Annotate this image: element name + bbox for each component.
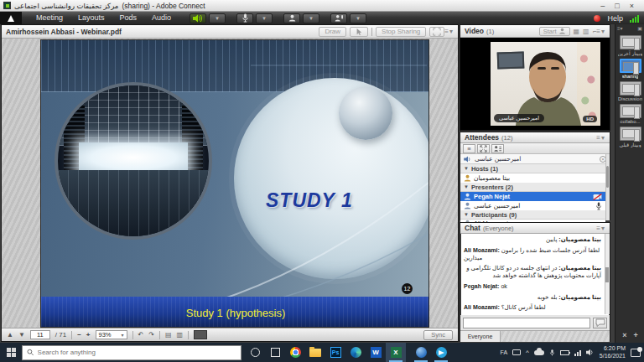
webcam-dropdown[interactable]: ▾ xyxy=(303,13,319,23)
attendee-list-view-button[interactable]: ≡ xyxy=(463,144,475,153)
share-pod-menu-icon[interactable]: ≡▾ xyxy=(444,28,454,35)
fullscreen-button[interactable] xyxy=(429,27,444,37)
taskbar-app-word[interactable]: W xyxy=(366,343,386,362)
menu-audio[interactable]: Audio xyxy=(144,12,179,24)
webcam-paused-icon xyxy=(593,194,602,200)
chat-scrollbar[interactable] xyxy=(605,234,610,314)
speaker-button[interactable] xyxy=(190,13,206,23)
status-button[interactable] xyxy=(330,13,347,23)
taskbar-app-photoshop[interactable]: Ps xyxy=(325,343,345,362)
slide-caption-bar: Study 1 (hypothesis) xyxy=(41,297,429,328)
single-page-view-button[interactable]: ▤ xyxy=(165,331,172,339)
start-webcam-button[interactable]: Start xyxy=(539,27,570,36)
layouts-menu-icon[interactable]: ≡▾ xyxy=(617,25,623,32)
microphone-button[interactable] xyxy=(236,13,253,23)
close-button[interactable]: × xyxy=(630,2,634,10)
taskbar-app-running-1[interactable] xyxy=(411,343,431,362)
minimize-button[interactable]: – xyxy=(600,2,605,10)
language-indicator[interactable]: FA xyxy=(501,349,508,355)
speaker-dropdown[interactable]: ▾ xyxy=(209,13,226,23)
filmstrip-view-icon[interactable]: ▥ xyxy=(583,28,589,35)
volume-icon[interactable] xyxy=(586,349,595,356)
page-down-button[interactable]: ▼ xyxy=(18,331,25,339)
layout-thumbnail[interactable] xyxy=(620,127,641,141)
taskbar-app-explorer[interactable] xyxy=(305,343,325,362)
chat-message: Ali Moazami لطفا آدرس جلسات ضبط شده را ب… xyxy=(464,247,601,262)
menu-layouts[interactable]: Layouts xyxy=(70,12,112,24)
layout-item[interactable]: وبینار قبلی xyxy=(615,127,644,147)
keyboard-icon[interactable] xyxy=(512,349,521,355)
taskbar-app-running-2[interactable] xyxy=(431,343,451,362)
chat-input[interactable] xyxy=(463,318,590,328)
adobe-logo-icon[interactable] xyxy=(0,12,22,24)
zoom-out-button[interactable]: − xyxy=(77,331,81,339)
network-icon[interactable] xyxy=(574,349,581,356)
layout-thumbnail[interactable] xyxy=(620,35,641,49)
attendee-status-view-button[interactable] xyxy=(491,144,504,153)
maximize-button[interactable]: □ xyxy=(615,2,619,10)
layout-label: Discussion xyxy=(618,96,642,101)
webcam-icon xyxy=(288,14,297,22)
task-view-button[interactable] xyxy=(265,343,285,362)
battery-icon[interactable] xyxy=(560,350,569,355)
breakout-view-button[interactable] xyxy=(477,144,490,153)
status-dropdown[interactable]: ▾ xyxy=(350,13,366,23)
microphone-dropdown[interactable]: ▾ xyxy=(256,13,273,23)
add-layout-icon[interactable]: + xyxy=(634,331,638,339)
close-layouts-panel-icon[interactable]: × xyxy=(622,331,626,339)
tray-microphone-icon[interactable] xyxy=(549,349,555,357)
taskbar-app-edge[interactable] xyxy=(345,343,366,362)
attendee-row-host[interactable]: بیتا معصومیان xyxy=(460,173,605,183)
tab-everyone[interactable]: Everyone xyxy=(460,331,501,342)
microphone-active-icon xyxy=(595,202,602,210)
taskbar-app-chrome[interactable] xyxy=(285,343,305,362)
stop-sharing-button[interactable]: Stop Sharing xyxy=(376,27,426,37)
menu-pods[interactable]: Pods xyxy=(112,12,145,24)
draw-button[interactable]: Draw xyxy=(319,27,346,37)
attendee-row-presenter[interactable]: امیرحسین عباسی xyxy=(460,201,605,210)
menu-meeting[interactable]: Meeting xyxy=(29,12,70,24)
layout-thumbnail[interactable] xyxy=(620,59,641,73)
undo-button[interactable]: ↶ xyxy=(138,331,144,339)
grid-view-icon[interactable]: ▦ xyxy=(574,28,580,35)
send-message-button[interactable] xyxy=(593,318,607,328)
zoom-level-dropdown[interactable]: 93% ▾ xyxy=(96,330,127,339)
layout-item-active[interactable]: sharing xyxy=(615,59,644,79)
webcam-button[interactable] xyxy=(283,13,300,23)
onedrive-cloud-icon[interactable] xyxy=(534,350,544,355)
layout-item[interactable]: وبینار آخرین xyxy=(615,35,644,56)
redo-button[interactable]: ↷ xyxy=(148,331,154,339)
page-up-button[interactable]: ▲ xyxy=(7,331,13,339)
page-number-input[interactable]: 11 xyxy=(30,330,50,339)
two-page-view-button[interactable]: ▥ xyxy=(177,331,184,339)
hidden-icons-chevron[interactable]: ^ xyxy=(526,349,529,356)
start-button[interactable] xyxy=(0,343,22,362)
taskbar-search[interactable] xyxy=(22,345,242,360)
attendee-row-presenter-selected[interactable]: Pegah Nejat xyxy=(460,192,605,201)
layout-thumbnail[interactable] xyxy=(620,104,641,118)
search-input[interactable] xyxy=(38,349,236,356)
attendees-scrollbar[interactable] xyxy=(605,154,610,220)
layout-item[interactable]: collabo... xyxy=(615,104,644,124)
pointer-button[interactable] xyxy=(350,27,368,37)
thumbnail-panel-button[interactable] xyxy=(194,330,207,339)
clock-date: 5/16/2021 xyxy=(600,353,626,359)
video-pod-menu-icon[interactable]: ≡▾ xyxy=(596,28,605,35)
zoom-in-button[interactable]: + xyxy=(86,331,91,339)
presenters-group-header[interactable]: ▼ Presenters (2) xyxy=(460,183,605,192)
layouts-pin-icon[interactable]: ▣ xyxy=(637,25,642,32)
cortana-button[interactable] xyxy=(245,343,265,362)
taskbar-clock[interactable]: 6:20 PM 5/16/2021 xyxy=(600,345,626,359)
chat-pod-menu-icon[interactable]: ≡▾ xyxy=(596,225,605,232)
participants-group-header[interactable]: ▼ Participants (9) xyxy=(460,210,605,220)
action-center-icon[interactable] xyxy=(631,349,641,357)
hosts-group-header[interactable]: ▼ Hosts (1) xyxy=(460,164,605,173)
attendees-pod-menu-icon[interactable]: ≡▾ xyxy=(596,134,605,142)
taskbar-app-active[interactable]: X xyxy=(386,343,406,362)
menu-help[interactable]: Help xyxy=(607,14,623,23)
layout-thumbnail[interactable] xyxy=(620,81,641,96)
chat-sender: بیتا معصومیان xyxy=(558,265,601,271)
sync-button[interactable]: Sync xyxy=(423,330,453,340)
layout-item[interactable]: Discussion xyxy=(615,81,644,101)
presenter-icon xyxy=(464,202,471,209)
